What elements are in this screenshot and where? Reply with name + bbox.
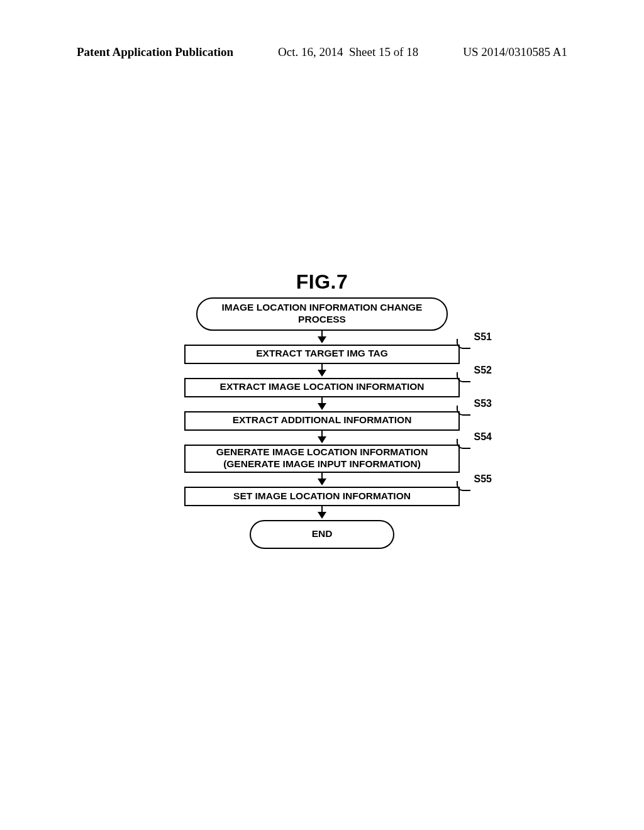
flowchart-step-s51: EXTRACT TARGET IMG TAG [184,345,460,364]
arrow-icon [318,473,326,487]
step-label-s51: S51 [474,331,492,343]
arrow-icon [318,506,326,520]
step-text-line2: (GENERATE IMAGE INPUT INFORMATION) [223,458,421,469]
flowchart-end-text: END [312,528,333,540]
flowchart-step-s52: EXTRACT IMAGE LOCATION INFORMATION [184,378,460,397]
figure-7: FIG.7 IMAGE LOCATION INFORMATION CHANGE … [0,270,644,549]
page: Patent Application Publication Oct. 16, … [0,0,644,830]
step-hook-icon [457,439,470,449]
flowchart-step-s52-row: S52 EXTRACT IMAGE LOCATION INFORMATION [152,378,492,397]
flowchart-start-terminator: IMAGE LOCATION INFORMATION CHANGE PROCES… [196,297,448,331]
header-publication-number: US 2014/0310585 A1 [463,45,567,59]
figure-title: FIG.7 [296,270,348,294]
header-date: Oct. 16, 2014 [278,45,343,58]
arrow-icon [318,397,326,411]
flowchart-start-text: IMAGE LOCATION INFORMATION CHANGE PROCES… [215,301,429,326]
step-label-s52: S52 [474,365,492,376]
flowchart: IMAGE LOCATION INFORMATION CHANGE PROCES… [152,297,492,549]
page-header: Patent Application Publication Oct. 16, … [0,45,644,59]
arrow-icon [318,364,326,378]
step-text-line1: GENERATE IMAGE LOCATION INFORMATION [216,446,428,457]
flowchart-end-terminator: END [250,520,394,548]
step-text: EXTRACT TARGET IMG TAG [256,348,388,358]
flowchart-step-s53: EXTRACT ADDITIONAL INFORMATION [184,411,460,431]
flowchart-step-s53-row: S53 EXTRACT ADDITIONAL INFORMATION [152,411,492,431]
step-hook-icon [457,339,470,349]
arrow-icon [318,331,326,345]
step-text: EXTRACT ADDITIONAL INFORMATION [233,414,412,425]
header-sheet: Sheet 15 of 18 [349,45,418,58]
step-hook-icon [457,406,470,416]
flowchart-step-s54-row: S54 GENERATE IMAGE LOCATION INFORMATION … [152,445,492,473]
header-date-sheet: Oct. 16, 2014 Sheet 15 of 18 [278,45,418,59]
header-publication-type: Patent Application Publication [77,45,233,59]
flowchart-step-s55-row: S55 SET IMAGE LOCATION INFORMATION [152,487,492,506]
step-label-s53: S53 [474,398,492,409]
step-text: EXTRACT IMAGE LOCATION INFORMATION [220,381,425,392]
flowchart-step-s55: SET IMAGE LOCATION INFORMATION [184,487,460,506]
step-hook-icon [457,372,470,382]
step-label-s55: S55 [474,473,492,485]
page-header-inner: Patent Application Publication Oct. 16, … [77,45,567,59]
step-text: SET IMAGE LOCATION INFORMATION [233,490,411,501]
flowchart-step-s54: GENERATE IMAGE LOCATION INFORMATION (GEN… [184,445,460,473]
step-label-s54: S54 [474,431,492,443]
arrow-icon [318,431,326,445]
step-hook-icon [457,481,470,491]
flowchart-step-s51-row: S51 EXTRACT TARGET IMG TAG [152,345,492,364]
